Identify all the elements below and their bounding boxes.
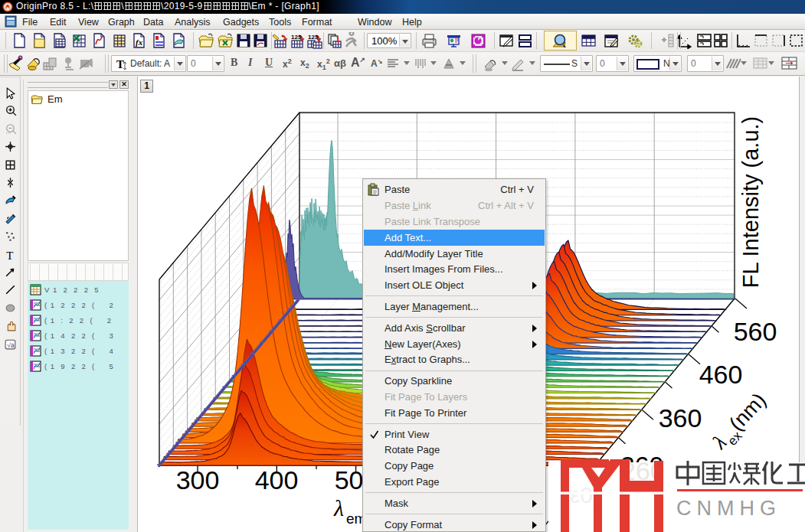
- svg-text:400: 400: [255, 465, 299, 494]
- svg-text:(nm): (nm): [725, 389, 771, 436]
- svg-text:360: 360: [659, 403, 702, 432]
- svg-text:123: 123: [308, 34, 319, 41]
- svg-text:560: 560: [734, 317, 777, 346]
- svg-text:460: 460: [699, 360, 743, 389]
- svg-text:fx: fx: [136, 38, 143, 47]
- svg-text:123: 123: [291, 34, 302, 41]
- svg-text:300: 300: [176, 465, 220, 494]
- svg-text:CNMHG: CNMHG: [676, 497, 781, 520]
- svg-text:T: T: [116, 58, 124, 70]
- svg-text:T: T: [6, 250, 13, 261]
- svg-text:λ: λ: [333, 495, 344, 521]
- svg-text:√a: √a: [7, 341, 15, 349]
- svg-text:FL Intensity (a.u.): FL Intensity (a.u.): [738, 116, 763, 289]
